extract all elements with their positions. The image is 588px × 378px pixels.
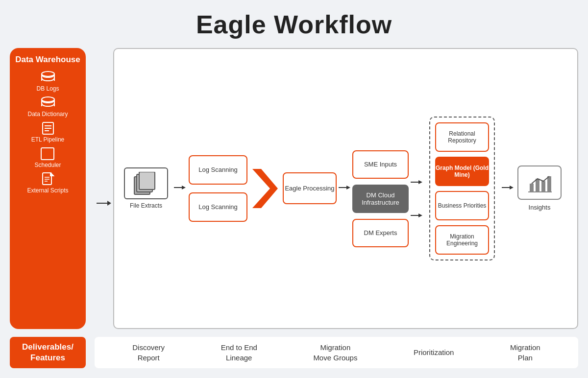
dw-to-file-arrow — [97, 48, 111, 329]
dw-label-etl-pipeline: ETL Pipeline — [31, 136, 65, 143]
svg-marker-22 — [107, 201, 111, 206]
page-title: Eagle Workflow — [196, 10, 392, 39]
svg-marker-32 — [418, 180, 422, 184]
log-scanning-box-2: Log Scanning — [189, 192, 247, 222]
main-content: Data Warehouse DB Logs — [10, 48, 578, 329]
eagle-processing-box: Eagle Processing — [283, 172, 337, 204]
dw-label-data-dictionary: Data Dictionary — [27, 111, 68, 118]
svg-marker-28 — [252, 169, 278, 208]
workflow-box: File Extracts Log Scanning Log Scanning … — [113, 48, 578, 329]
graph-model-box: Graph Model (Gold Mine) — [435, 157, 489, 186]
dw-label-external-scripts: External Scripts — [27, 187, 68, 194]
svg-rect-37 — [530, 184, 534, 191]
eagle-processing-col: Eagle Processing — [283, 172, 337, 204]
log-scanning-col: Log Scanning Log Scanning — [189, 155, 247, 222]
svg-rect-40 — [547, 176, 551, 191]
data-warehouse-sidebar: Data Warehouse DB Logs — [10, 48, 86, 329]
file-to-log-arrow — [174, 183, 186, 194]
dm-to-migration-arrow — [411, 212, 422, 219]
deliverable-migration-move-groups: MigrationMove Groups — [313, 342, 357, 363]
chevron-col — [252, 169, 278, 208]
repo-to-insights-arrow — [502, 184, 514, 193]
business-priorities-box: Business Priorities — [435, 191, 489, 220]
db-logs-icon — [40, 71, 56, 84]
dw-item-external-scripts: External Scripts — [27, 172, 68, 194]
dm-experts-box: DM Experts — [352, 219, 409, 247]
relational-repository-box: Relational Repository — [435, 122, 489, 152]
file-stack-icon — [133, 172, 159, 195]
dw-item-data-dictionary: Data Dictionary — [27, 96, 68, 118]
svg-rect-14 — [41, 148, 54, 160]
sme-dm-col: SME Inputs DM Cloud Infrastructure DM Ex… — [352, 130, 409, 247]
insights-chart-icon — [527, 171, 552, 194]
svg-marker-34 — [418, 213, 422, 217]
insights-box — [517, 165, 562, 200]
deliverable-discovery-report: DiscoveryReport — [132, 342, 165, 363]
big-chevron-icon — [252, 169, 278, 208]
log-scanning-box-1: Log Scanning — [189, 155, 247, 185]
sme-inputs-box: SME Inputs — [352, 150, 409, 179]
svg-rect-25 — [139, 172, 155, 189]
external-scripts-icon — [40, 172, 56, 186]
deliverables-section: Deliverables/ Features DiscoveryReport E… — [10, 337, 578, 368]
dw-label-scheduler: Scheduler — [34, 162, 61, 168]
dw-item-scheduler: Scheduler — [34, 147, 61, 168]
file-extracts-box — [124, 167, 168, 199]
migration-engineering-box: Migration Engineering — [435, 225, 489, 255]
dw-item-db-logs: DB Logs — [36, 71, 59, 92]
svg-marker-30 — [346, 186, 350, 189]
sme-dm-arrows — [411, 158, 422, 219]
dm-cloud-infrastructure-box: DM Cloud Infrastructure — [352, 185, 409, 213]
workflow-rows: File Extracts Log Scanning Log Scanning … — [124, 58, 567, 319]
dw-items: DB Logs Data Dictionary — [15, 71, 81, 194]
sme-to-biz-arrow — [411, 178, 422, 186]
svg-rect-38 — [536, 179, 539, 191]
scheduler-icon — [40, 147, 55, 161]
deliverables-label: Deliverables/ Features — [10, 337, 86, 368]
data-dictionary-icon — [40, 96, 56, 110]
etl-pipeline-icon — [40, 121, 56, 135]
eagle-to-repo-arrow — [339, 184, 350, 193]
svg-marker-36 — [510, 186, 514, 189]
svg-point-5 — [42, 97, 54, 102]
insights-label: Insights — [529, 204, 551, 211]
dw-item-etl-pipeline: ETL Pipeline — [31, 121, 65, 143]
svg-point-0 — [42, 71, 54, 76]
deliverables-items: DiscoveryReport End to EndLineage Migrat… — [95, 337, 578, 368]
dashed-repository-box: Relational Repository Graph Model (Gold … — [429, 117, 495, 260]
deliverable-prioritization: Prioritization — [414, 347, 454, 357]
dw-title: Data Warehouse — [15, 55, 80, 65]
file-extracts-col: File Extracts — [124, 167, 168, 209]
deliverable-end-to-end-lineage: End to EndLineage — [221, 342, 257, 363]
insights-col: Insights — [517, 165, 562, 211]
svg-marker-27 — [182, 186, 186, 189]
svg-rect-39 — [541, 181, 545, 191]
deliverable-migration-plan: MigrationPlan — [510, 342, 540, 363]
dw-label-db-logs: DB Logs — [36, 85, 59, 92]
file-extracts-label: File Extracts — [130, 202, 162, 209]
